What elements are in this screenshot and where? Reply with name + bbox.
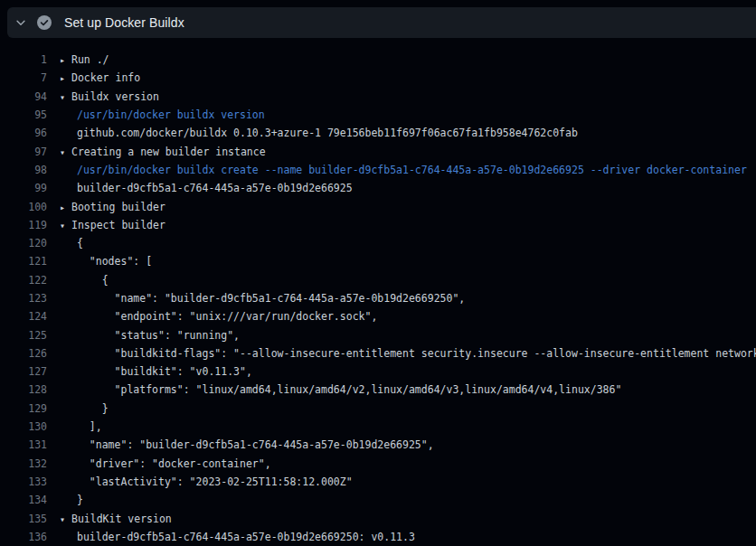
line-number[interactable]: 98 [0, 164, 47, 176]
step-header-set-up-docker-buildx[interactable]: Set up Docker Buildx [7, 7, 756, 38]
log-group-title: Booting builder [71, 201, 165, 213]
line-number[interactable]: 131 [0, 438, 47, 451]
line-number[interactable]: 127 [0, 365, 47, 378]
log-group-title: Buildx version [71, 90, 159, 103]
line-number[interactable]: 99 [0, 182, 47, 194]
line-number[interactable]: 119 [0, 219, 47, 231]
line-number[interactable]: 128 [0, 383, 47, 396]
log-group-toggle[interactable]: ▸Docker info [60, 71, 140, 84]
line-number[interactable]: 124 [0, 310, 47, 323]
line-number[interactable]: 133 [0, 475, 47, 488]
log-line: 122 { [0, 271, 756, 289]
log-line: 97 ▾Creating a new builder instance [0, 142, 756, 160]
log-line: 127 "buildkit": "v0.11.3", [0, 362, 756, 381]
log-output-text: "buildkitd-flags": "--allow-insecure-ent… [77, 347, 756, 360]
triangle-right-icon: ▸ [60, 202, 71, 212]
log-line: 123 "name": "builder-d9cfb5a1-c764-445a-… [0, 289, 756, 307]
log-line: 124 "endpoint": "unix:///var/run/docker.… [0, 307, 756, 325]
log-output-text: builder-d9cfb5a1-c764-445a-a57e-0b19d2e6… [77, 531, 415, 543]
triangle-down-icon: ▾ [60, 147, 71, 157]
log-group-title: Run ./ [71, 53, 109, 66]
line-number[interactable]: 95 [0, 108, 47, 121]
line-number[interactable]: 96 [0, 127, 47, 139]
log-line: 99 builder-d9cfb5a1-c764-445a-a57e-0b19d… [0, 179, 756, 197]
line-number[interactable]: 135 [0, 513, 47, 525]
log-line: 98 /usr/bin/docker buildx create --name … [0, 161, 756, 179]
log-line: 134 } [0, 491, 756, 509]
log-group-title: BuildKit version [71, 513, 172, 525]
line-number[interactable]: 136 [0, 531, 47, 543]
triangle-right-icon: ▸ [60, 55, 71, 65]
log-output-text: "platforms": "linux/amd64,linux/amd64/v2… [77, 383, 621, 396]
log-output-text: "endpoint": "unix:///var/run/docker.sock… [77, 310, 377, 323]
log-output-text: { [77, 237, 83, 249]
log-line: 121 "nodes": [ [0, 252, 756, 270]
log-command-text: /usr/bin/docker buildx create --name bui… [77, 164, 747, 176]
log-line: 125 "status": "running", [0, 325, 756, 344]
log-line: 128 "platforms": "linux/amd64,linux/amd6… [0, 381, 756, 399]
log-output-text: "lastActivity": "2023-02-25T11:58:12.000… [77, 475, 353, 488]
log-output-text: ], [77, 420, 102, 433]
log-group-toggle[interactable]: ▾Creating a new builder instance [60, 146, 266, 158]
log-command-text: /usr/bin/docker buildx version [77, 108, 265, 121]
log-group-toggle[interactable]: ▾Inspect builder [60, 219, 165, 231]
line-number[interactable]: 100 [0, 201, 47, 213]
log-line: 133 "lastActivity": "2023-02-25T11:58:12… [0, 473, 756, 491]
log-output-text: "buildkit": "v0.11.3", [77, 365, 252, 378]
log-group-title: Creating a new builder instance [71, 146, 266, 158]
log-output-text: "driver": "docker-container", [77, 457, 271, 470]
log-line: 120 { [0, 234, 756, 252]
log-line: 131 "name": "builder-d9cfb5a1-c764-445a-… [0, 436, 756, 454]
line-number[interactable]: 120 [0, 237, 47, 249]
line-number[interactable]: 7 [0, 71, 47, 84]
triangle-down-icon: ▾ [60, 514, 71, 524]
log-line: 7 ▸Docker info [0, 69, 756, 87]
line-number[interactable]: 97 [0, 146, 47, 158]
log-line: 100 ▸Booting builder [0, 197, 756, 215]
line-number[interactable]: 132 [0, 457, 47, 470]
log-output-text: "nodes": [ [77, 255, 152, 268]
line-number[interactable]: 94 [0, 90, 47, 103]
triangle-right-icon: ▸ [60, 73, 71, 83]
triangle-down-icon: ▾ [60, 92, 71, 102]
log-group-toggle[interactable]: ▾Buildx version [60, 90, 159, 103]
log-group-title: Docker info [71, 71, 140, 84]
log-line: 136 builder-d9cfb5a1-c764-445a-a57e-0b19… [0, 528, 756, 546]
log-output-text: "name": "builder-d9cfb5a1-c764-445a-a57e… [77, 292, 465, 305]
log-output-text: "status": "running", [77, 329, 240, 342]
line-number[interactable]: 126 [0, 347, 47, 360]
log-line: 95 /usr/bin/docker buildx version [0, 106, 756, 124]
log-line: 135 ▾BuildKit version [0, 509, 756, 527]
log-output-text: "name": "builder-d9cfb5a1-c764-445a-a57e… [77, 438, 434, 451]
line-number[interactable]: 125 [0, 329, 47, 342]
log-output-text: builder-d9cfb5a1-c764-445a-a57e-0b19d2e6… [77, 182, 353, 194]
log-output-text: { [77, 274, 109, 287]
log-line: 130 ], [0, 418, 756, 436]
log-group-toggle[interactable]: ▸Booting builder [60, 201, 165, 213]
check-circle-icon [37, 15, 52, 30]
line-number[interactable]: 122 [0, 274, 47, 287]
log-group-toggle[interactable]: ▸Run ./ [60, 53, 109, 66]
log-output-text: } [77, 494, 83, 506]
triangle-down-icon: ▾ [60, 221, 71, 231]
step-title: Set up Docker Buildx [64, 15, 184, 30]
line-number[interactable]: 1 [0, 53, 47, 66]
line-number[interactable]: 121 [0, 255, 47, 268]
log-line: 126 "buildkitd-flags": "--allow-insecure… [0, 344, 756, 362]
log-output-text: } [77, 402, 109, 415]
line-number[interactable]: 129 [0, 402, 47, 415]
log-line: 132 "driver": "docker-container", [0, 455, 756, 473]
log-group-title: Inspect builder [71, 219, 165, 231]
log-line: 119 ▾Inspect builder [0, 216, 756, 234]
line-number[interactable]: 134 [0, 494, 47, 506]
log-group-toggle[interactable]: ▾BuildKit version [60, 513, 172, 525]
log-line: 1 ▸Run ./ [0, 51, 756, 69]
log-output-text: github.com/docker/buildx 0.10.3+azure-1 … [77, 127, 578, 139]
chevron-down-icon [14, 15, 28, 30]
log-line: 96 github.com/docker/buildx 0.10.3+azure… [0, 124, 756, 142]
line-number[interactable]: 130 [0, 420, 47, 433]
line-number[interactable]: 123 [0, 292, 47, 305]
log-line: 94 ▾Buildx version [0, 88, 756, 106]
log-viewer[interactable]: 1 ▸Run ./ 7 ▸Docker info 94 ▾Buildx vers… [0, 38, 756, 546]
log-line: 129 } [0, 400, 756, 418]
